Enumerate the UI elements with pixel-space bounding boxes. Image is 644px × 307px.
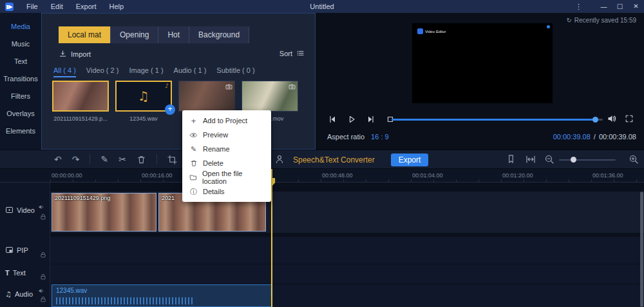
crop-button[interactable] [167, 155, 177, 164]
track-lock-icon[interactable] [40, 296, 46, 302]
play-button[interactable] [346, 114, 357, 124]
menu-help[interactable]: Help [103, 0, 131, 13]
time-display: 00:00:39.08 / 00:00:39.08 [553, 133, 636, 141]
pip-track-header[interactable]: PIP [5, 246, 28, 254]
menu-item-label: Add to Project [203, 117, 247, 124]
vertical-scrollbar[interactable] [640, 192, 643, 307]
menu-item-delete[interactable]: Delete [182, 156, 271, 170]
fit-timeline-icon[interactable] [526, 154, 536, 164]
menu-item-details[interactable]: ⓘ Details [182, 184, 271, 199]
sidebar-item-filters[interactable]: Filters [0, 88, 41, 105]
menu-item-preview[interactable]: Preview [182, 128, 271, 142]
context-menu: + Add to Project Preview ✎ Rename Delete… [182, 110, 271, 202]
aspect-ratio-value[interactable]: 16 : 9 [371, 133, 389, 141]
menu-item-add-to-project[interactable]: + Add to Project [182, 114, 271, 128]
seek-knob[interactable] [592, 117, 598, 123]
import-icon [59, 50, 67, 58]
pip-track[interactable] [50, 237, 644, 264]
media-thumbnail[interactable] [178, 81, 235, 112]
add-to-project-icon[interactable]: + [165, 104, 175, 115]
sort-button[interactable]: Sort [279, 49, 305, 57]
track-lock-icon[interactable] [40, 273, 46, 280]
media-item-image[interactable]: 20211109151429.p... [52, 81, 109, 122]
close-button[interactable]: ✕ [628, 0, 644, 13]
clip-trim-handle[interactable]: ⋮ [268, 288, 275, 295]
zoom-in-icon[interactable] [629, 154, 639, 164]
ruler-label: 00:00:16.00 [142, 172, 173, 179]
sidebar-item-transitions[interactable]: Transitions [0, 70, 41, 88]
next-frame-button[interactable] [366, 114, 376, 124]
edit-button[interactable]: ✎ [100, 155, 108, 164]
fullscreen-icon[interactable] [625, 114, 634, 123]
sidebar-item-music[interactable]: Music [0, 35, 41, 53]
export-button[interactable]: Export [391, 154, 428, 166]
filter-all[interactable]: All ( 4 ) [53, 66, 76, 77]
tab-hot[interactable]: Hot [158, 26, 189, 43]
timeline-zoom-slider[interactable] [559, 159, 616, 161]
track-mute-icon[interactable] [38, 288, 44, 294]
seek-bar[interactable] [392, 119, 603, 121]
ruler-label: 00:01:36.00 [592, 172, 623, 179]
menu-item-label: Rename [203, 145, 230, 153]
info-icon: ⓘ [189, 188, 198, 195]
ruler-ticks [50, 179, 644, 182]
ruler-label: 00:00:00.00 [52, 172, 82, 179]
menu-file[interactable]: File [20, 0, 44, 13]
sidebar-item-overlays[interactable]: Overlays [0, 105, 41, 123]
tab-local-material[interactable]: Local mat [59, 26, 110, 43]
track-lock-icon[interactable] [40, 252, 46, 258]
aspect-ratio: Aspect ratio 16 : 9 [327, 133, 389, 141]
marker-icon[interactable] [506, 154, 516, 164]
filter-subtitle[interactable]: Subtitle ( 0 ) [216, 66, 254, 77]
menu-export[interactable]: Export [70, 0, 103, 13]
previous-frame-button[interactable] [327, 114, 337, 124]
more-menu-icon[interactable]: ⋮ [571, 0, 587, 13]
media-thumbnail[interactable]: ♫ ♪ + [115, 81, 172, 112]
audio-track-header[interactable]: ♫ Audio [5, 290, 33, 298]
audio-clip[interactable]: 12345.wav [52, 284, 272, 307]
media-thumbnail[interactable] [52, 81, 109, 112]
zoom-out-icon[interactable] [544, 154, 554, 164]
video-track-header[interactable]: Video [5, 206, 35, 214]
delete-button[interactable] [137, 155, 146, 164]
sidebar-item-elements[interactable]: Elements [0, 123, 41, 140]
redo-button[interactable]: ↷ [72, 155, 80, 164]
media-item-audio[interactable]: ♫ ♪ + 12345.wav [115, 81, 172, 122]
filter-video[interactable]: Video ( 2 ) [86, 66, 119, 77]
track-mute-icon[interactable] [38, 204, 44, 210]
clip-label: 20211109151429.png [55, 195, 110, 201]
playhead[interactable] [271, 169, 272, 307]
eye-icon [189, 131, 198, 139]
track-lock-icon[interactable] [40, 213, 46, 220]
sidebar-item-media[interactable]: Media [0, 18, 41, 35]
sidebar-item-text[interactable]: Text [0, 53, 41, 70]
sidebar: Media Music Text Transitions Filters Ove… [0, 13, 41, 150]
split-scissors-button[interactable]: ✂ [118, 155, 126, 164]
speech-converter-icon[interactable] [274, 154, 285, 164]
filter-image[interactable]: Image ( 1 ) [129, 66, 163, 77]
menu-item-rename[interactable]: ✎ Rename [182, 142, 271, 156]
filter-audio[interactable]: Audio ( 1 ) [174, 66, 207, 77]
undo-button[interactable]: ↶ [54, 155, 62, 164]
media-item-name: 20211109151429.p... [52, 115, 109, 122]
menu-item-open-file-location[interactable]: Open the file location [182, 170, 271, 184]
preview-panel: ↻ Recently saved 15:59 Video Editor [316, 13, 644, 150]
speech-text-converter-button[interactable]: Speech&Text Converter [293, 155, 375, 164]
volume-icon[interactable] [607, 114, 617, 124]
menu-edit[interactable]: Edit [44, 0, 70, 13]
zoom-slider-knob[interactable] [571, 157, 576, 163]
text-track[interactable] [50, 264, 644, 284]
track-label: Video [17, 206, 35, 214]
import-button[interactable]: Import [59, 50, 91, 58]
video-clip-1[interactable]: 20211109151429.png [52, 193, 156, 232]
tab-background[interactable]: Background [189, 26, 249, 43]
titlebar: ▮▶ File Edit Export Help Untitled ⋮ — □ … [0, 0, 644, 13]
text-track-header[interactable]: T Text [5, 269, 26, 277]
sort-list-icon [296, 49, 305, 57]
minimize-button[interactable]: — [596, 0, 612, 13]
tab-opening[interactable]: Opening [110, 26, 158, 43]
media-thumbnail[interactable] [242, 81, 298, 112]
media-tabs: Local mat Opening Hot Background [59, 26, 249, 43]
timeline-ruler[interactable]: 00:00:00.00 00:00:16.00 00:00:32.00 00:0… [0, 169, 644, 183]
maximize-button[interactable]: □ [612, 0, 628, 13]
